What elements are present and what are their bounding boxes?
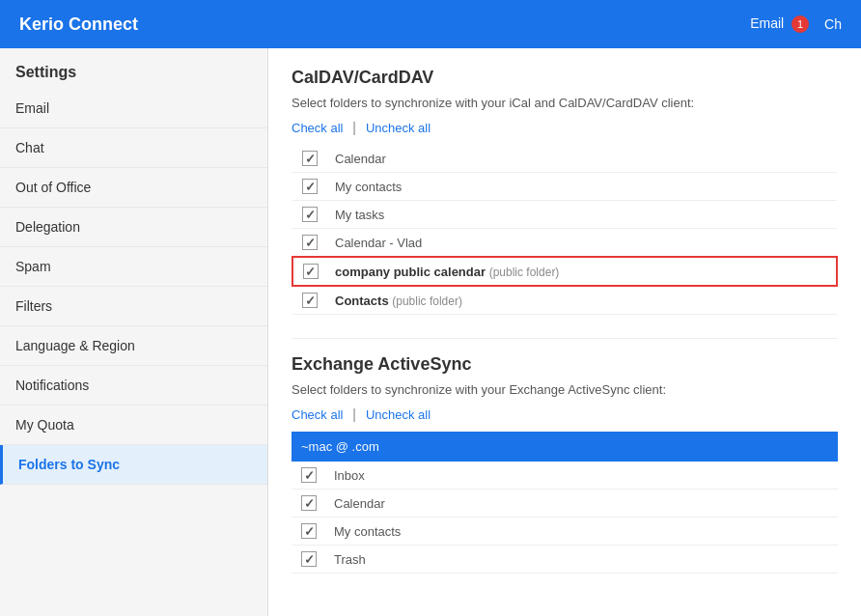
- folder-checkbox[interactable]: ✓: [301, 467, 317, 483]
- caldav-link-row: Check all | Uncheck all: [292, 120, 838, 135]
- sidebar-item-language-region[interactable]: Language & Region: [0, 326, 267, 366]
- app-header: Kerio Connect Email 1 Ch: [0, 0, 861, 48]
- exchange-check-all[interactable]: Check all: [292, 407, 343, 422]
- sidebar-item-delegation[interactable]: Delegation: [0, 208, 267, 247]
- exchange-account-row[interactable]: ~mac @ .com: [292, 432, 838, 462]
- folder-name-cell: My contacts: [326, 518, 838, 546]
- email-nav-item[interactable]: Email 1: [750, 15, 809, 33]
- caldav-folder-table: ✓ Calendar ✓ My contacts: [292, 145, 838, 315]
- checkbox-cell[interactable]: ✓: [292, 462, 326, 490]
- checkbox-cell[interactable]: ✓: [292, 257, 327, 286]
- checkbox-cell[interactable]: ✓: [292, 173, 327, 201]
- folder-name-cell: Calendar: [327, 145, 837, 173]
- checkbox-cell[interactable]: ✓: [292, 229, 327, 258]
- caldav-description: Select folders to synchronize with your …: [292, 96, 838, 110]
- header-nav: Email 1 Ch: [750, 15, 842, 33]
- folder-checkbox[interactable]: ✓: [301, 495, 317, 511]
- sidebar-item-email[interactable]: Email: [0, 89, 267, 128]
- checkbox-cell[interactable]: ✓: [292, 518, 326, 546]
- checkbox-cell[interactable]: ✓: [292, 286, 327, 315]
- folder-checkbox[interactable]: ✓: [303, 264, 319, 279]
- caldav-check-all[interactable]: Check all: [292, 121, 343, 135]
- caldav-title: CalDAV/CardDAV: [292, 68, 838, 88]
- sidebar-item-notifications[interactable]: Notifications: [0, 366, 267, 406]
- folder-checkbox[interactable]: ✓: [302, 235, 318, 250]
- exchange-title: Exchange ActiveSync: [292, 354, 838, 375]
- folder-name-cell: Trash: [326, 546, 838, 574]
- table-row: ✓ Calendar - Vlad: [292, 229, 837, 258]
- exchange-link-row: Check all | Uncheck all: [292, 406, 838, 422]
- table-row: ✓ Calendar: [292, 490, 838, 518]
- folder-name-cell: Calendar: [326, 490, 838, 518]
- folder-checkbox[interactable]: ✓: [302, 293, 318, 308]
- app-title: Kerio Connect: [19, 14, 138, 35]
- link-separator: |: [352, 120, 356, 135]
- folder-name-cell: Calendar - Vlad: [327, 229, 837, 258]
- folder-name-cell: Contacts (public folder): [327, 286, 837, 315]
- sidebar-item-spam[interactable]: Spam: [0, 247, 267, 287]
- checkbox-cell[interactable]: ✓: [292, 145, 327, 173]
- sidebar-item-filters[interactable]: Filters: [0, 287, 267, 326]
- exchange-section: Exchange ActiveSync Select folders to sy…: [292, 354, 838, 574]
- folder-name-cell: My tasks: [327, 201, 837, 229]
- sidebar-heading: Settings: [0, 48, 267, 89]
- sidebar-item-chat[interactable]: Chat: [0, 128, 267, 168]
- caldav-uncheck-all[interactable]: Uncheck all: [366, 121, 430, 135]
- chat-nav-item[interactable]: Ch: [824, 16, 842, 32]
- folder-name-cell: My contacts: [327, 173, 837, 201]
- table-row: ✓ Inbox: [292, 462, 838, 490]
- table-row: ✓ Calendar: [292, 145, 837, 173]
- email-badge: 1: [792, 15, 809, 33]
- exchange-uncheck-all[interactable]: Uncheck all: [366, 407, 430, 422]
- link-separator: |: [352, 406, 356, 422]
- checkbox-cell[interactable]: ✓: [292, 490, 326, 518]
- sidebar-item-out-of-office[interactable]: Out of Office: [0, 168, 267, 208]
- exchange-description: Select folders to synchronize with your …: [292, 382, 838, 397]
- exchange-account-label: ~mac @ .com: [292, 432, 838, 462]
- folder-checkbox[interactable]: ✓: [301, 523, 317, 539]
- folder-checkbox[interactable]: ✓: [302, 151, 318, 166]
- exchange-folder-table: ~mac @ .com ✓ Inbox ✓: [292, 432, 838, 574]
- checkbox-cell[interactable]: ✓: [292, 201, 327, 229]
- caldav-section: CalDAV/CardDAV Select folders to synchro…: [292, 68, 838, 315]
- folder-checkbox[interactable]: ✓: [302, 207, 318, 222]
- table-row: ✓ My contacts: [292, 173, 837, 201]
- checkbox-cell[interactable]: ✓: [292, 546, 326, 574]
- sidebar: Settings Email Chat Out of Office Delega…: [0, 48, 268, 616]
- sidebar-item-my-quota[interactable]: My Quota: [0, 406, 267, 445]
- folder-name-cell: company public calendar (public folder): [327, 257, 837, 286]
- folder-checkbox[interactable]: ✓: [301, 551, 317, 567]
- main-content: CalDAV/CardDAV Select folders to synchro…: [268, 48, 861, 616]
- table-row: ✓ Contacts (public folder): [292, 286, 837, 315]
- folder-checkbox[interactable]: ✓: [302, 179, 318, 194]
- table-row: ✓ Trash: [292, 546, 838, 574]
- highlighted-table-row: ✓ company public calendar (public folder…: [292, 257, 837, 286]
- section-divider: [292, 338, 838, 339]
- folder-name-cell: Inbox: [326, 462, 838, 490]
- sidebar-item-folders-to-sync[interactable]: Folders to Sync: [0, 445, 267, 485]
- table-row: ✓ My tasks: [292, 201, 837, 229]
- table-row: ✓ My contacts: [292, 518, 838, 546]
- main-layout: Settings Email Chat Out of Office Delega…: [0, 48, 861, 616]
